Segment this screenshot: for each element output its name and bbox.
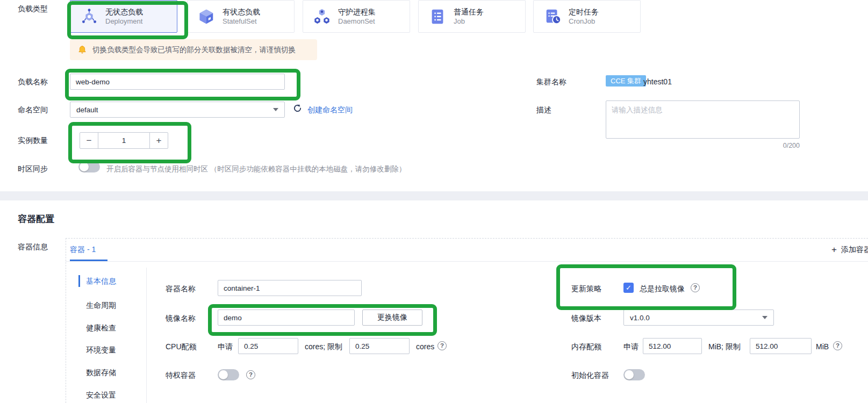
menu-item-lifecycle[interactable]: 生命周期	[86, 301, 116, 311]
job-icon	[428, 8, 447, 26]
refresh-icon[interactable]	[293, 104, 302, 113]
timezone-sync-toggle[interactable]	[78, 161, 100, 172]
description-label: 描述	[536, 105, 551, 115]
cce-create-workload-page: 负载类型 无状态负载 Deployment 有状态负载 StatefulSet	[0, 0, 868, 403]
memory-request-label: 申请	[623, 342, 639, 352]
workload-card-deployment[interactable]: 无状态负载 Deployment	[70, 0, 177, 33]
menu-right-border	[146, 268, 147, 403]
change-image-button[interactable]: 更换镜像	[362, 310, 422, 326]
statefulset-icon	[197, 8, 216, 26]
memory-request-input[interactable]	[643, 338, 702, 354]
cpu-request-input[interactable]	[238, 338, 298, 354]
toggle-knob	[219, 370, 228, 379]
description-textarea[interactable]	[606, 100, 800, 139]
container-info-label: 容器信息	[18, 242, 48, 252]
card-subtitle: Job	[454, 17, 484, 26]
memory-limit-label: MiB; 限制	[708, 342, 741, 352]
menu-item-security[interactable]: 安全设置	[86, 391, 116, 400]
cpu-limit-input[interactable]	[349, 338, 410, 354]
cronjob-icon	[543, 8, 562, 26]
plus-icon: +	[831, 244, 837, 255]
description-char-counter: 0/200	[757, 142, 800, 149]
privileged-container-toggle[interactable]	[218, 369, 239, 380]
panel-dashed-border-left	[66, 238, 66, 403]
menu-item-env-vars[interactable]: 环境变量	[86, 346, 116, 355]
container-name-label: 容器名称	[166, 284, 196, 294]
decrement-button[interactable]: −	[80, 133, 98, 148]
image-version-value: v1.0.0	[630, 314, 650, 322]
cpu-unit-label: cores	[416, 342, 434, 351]
workload-card-job[interactable]: 普通任务 Job	[418, 0, 526, 33]
chevron-down-icon	[273, 108, 278, 111]
deployment-icon	[80, 8, 98, 26]
replicas-stepper: − 1 +	[80, 132, 168, 149]
namespace-label: 命名空间	[18, 105, 48, 115]
image-name-label: 镜像名称	[166, 314, 196, 323]
image-version-label: 镜像版本	[571, 314, 601, 323]
panel-dashed-border-top	[66, 238, 868, 239]
menu-item-data-storage[interactable]: 数据存储	[86, 368, 116, 378]
bell-icon	[77, 45, 87, 55]
init-container-toggle[interactable]	[623, 369, 645, 380]
workload-type-label: 负载类型	[18, 4, 48, 14]
help-icon[interactable]: ?	[437, 341, 447, 350]
workload-card-daemonset[interactable]: 守护进程集 DaemonSet	[303, 0, 410, 33]
active-menu-indicator	[78, 275, 80, 287]
cpu-quota-label: CPU配额	[166, 342, 197, 352]
memory-limit-input[interactable]	[750, 338, 812, 354]
warning-text: 切换负载类型会导致已填写的部分关联数据被清空，请谨慎切换	[92, 45, 296, 55]
cluster-type-badge: CCE 集群	[606, 75, 646, 87]
always-pull-image-checkbox[interactable]: ✓	[623, 283, 634, 293]
cluster-name-value: yhtest01	[643, 77, 672, 86]
cpu-limit-label: cores; 限制	[305, 342, 342, 352]
memory-unit-label: MiB	[816, 342, 829, 351]
menu-item-basic-info[interactable]: 基本信息	[86, 277, 116, 286]
help-icon[interactable]: ?	[833, 341, 842, 350]
tab-container-1[interactable]: 容器 - 1	[70, 245, 96, 255]
add-container-label: 添加容器	[841, 245, 868, 255]
tab-strip-border	[66, 261, 868, 262]
section-divider	[0, 191, 868, 200]
card-title: 定时任务	[569, 7, 599, 17]
image-name-input[interactable]	[218, 310, 355, 326]
cpu-request-label: 申请	[218, 342, 233, 352]
toggle-knob	[80, 162, 89, 171]
card-title: 有状态负载	[223, 7, 260, 17]
switch-type-warning: 切换负载类型会导致已填写的部分关联数据被清空，请谨慎切换	[70, 39, 317, 60]
create-namespace-link[interactable]: 创建命名空间	[307, 105, 353, 115]
workload-card-statefulset[interactable]: 有状态负载 StatefulSet	[187, 0, 295, 33]
card-title: 无状态负载	[105, 7, 143, 17]
card-subtitle: CronJob	[569, 17, 599, 26]
daemonset-icon	[313, 8, 331, 26]
namespace-selected-value: default	[76, 106, 98, 114]
image-version-select[interactable]: v1.0.0	[623, 310, 774, 326]
timezone-sync-label: 时区同步	[18, 164, 48, 174]
timezone-sync-hint: 开启后容器与节点使用相同时区 （时区同步功能依赖容器中挂载的本地磁盘，请勿修改删…	[106, 164, 406, 174]
replicas-value[interactable]: 1	[98, 133, 149, 148]
update-policy-label: 更新策略	[571, 284, 601, 294]
card-subtitle: Deployment	[105, 17, 143, 26]
container-name-input[interactable]	[218, 280, 362, 296]
memory-quota-label: 内存配额	[571, 342, 601, 352]
help-icon[interactable]: ?	[691, 283, 700, 292]
always-pull-image-label: 总是拉取镜像	[640, 284, 685, 294]
container-config-heading: 容器配置	[18, 213, 54, 225]
workload-name-label: 负载名称	[18, 77, 48, 87]
replicas-label: 实例数量	[18, 136, 48, 146]
privileged-container-label: 特权容器	[166, 371, 196, 380]
help-icon[interactable]: ?	[246, 370, 255, 379]
init-container-label: 初始化容器	[571, 371, 609, 380]
add-container-button[interactable]: + 添加容器	[831, 244, 868, 255]
namespace-select[interactable]: default	[70, 102, 285, 118]
workload-card-cronjob[interactable]: 定时任务 CronJob	[533, 0, 641, 33]
cluster-name-label: 集群名称	[536, 77, 566, 87]
increment-button[interactable]: +	[149, 133, 168, 148]
card-title: 普通任务	[454, 7, 484, 17]
card-title: 守护进程集	[338, 7, 376, 17]
menu-item-health-check[interactable]: 健康检查	[86, 323, 116, 333]
toggle-knob	[625, 370, 634, 379]
card-subtitle: DaemonSet	[338, 17, 376, 26]
workload-name-input[interactable]	[70, 74, 285, 90]
card-subtitle: StatefulSet	[223, 17, 260, 26]
chevron-down-icon	[762, 316, 767, 319]
